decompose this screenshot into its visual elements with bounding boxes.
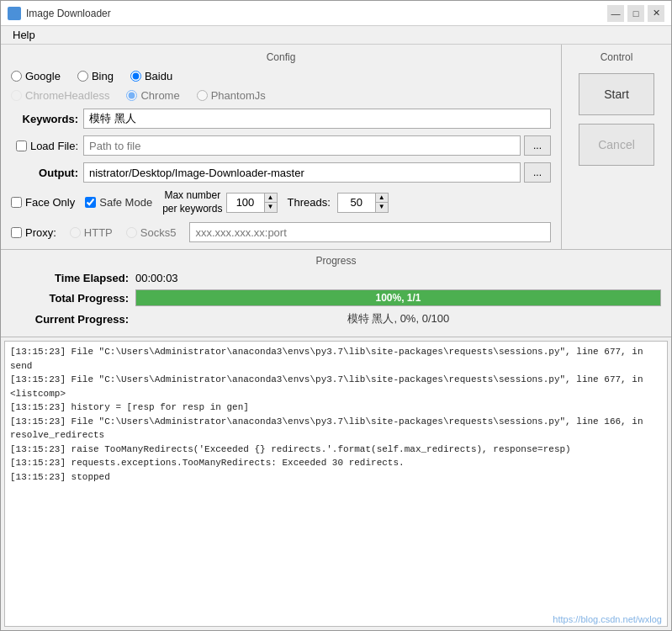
radio-http-input xyxy=(70,227,81,238)
log-entry: [13:15:23] File "C:\Users\Administrator\… xyxy=(10,345,662,373)
radio-chromeheadless-input xyxy=(11,90,22,101)
radio-baidu[interactable]: Baidu xyxy=(130,70,172,82)
main-content: Config Google Bing Baidu xyxy=(1,45,671,630)
radio-google[interactable]: Google xyxy=(11,70,61,82)
radio-bing-input[interactable] xyxy=(77,71,88,82)
load-file-row: Load File: ... xyxy=(11,135,551,156)
log-entry: <listcomp> xyxy=(10,387,662,401)
log-entry: [13:15:23] raise TooManyRedirects('Excee… xyxy=(10,443,662,457)
threads-group: Threads: ▲ ▼ xyxy=(288,193,389,213)
safe-mode-checkbox[interactable] xyxy=(85,197,96,208)
progress-section: Progress Time Elapsed: 00:00:03 Total Pr… xyxy=(1,250,671,337)
threads-up[interactable]: ▲ xyxy=(376,194,388,203)
keywords-label: Keywords: xyxy=(11,113,78,125)
radio-phantomjs[interactable]: PhantomJs xyxy=(197,89,266,102)
radio-phantomjs-input[interactable] xyxy=(197,90,208,101)
log-entry: [13:15:23] File "C:\Users\Administrator\… xyxy=(10,415,662,443)
radio-chrome-input[interactable] xyxy=(126,90,137,101)
watermark: https://blog.csdn.net/wxlog xyxy=(553,614,662,624)
proxy-checkbox[interactable] xyxy=(11,227,22,238)
cancel-button[interactable]: Cancel xyxy=(579,124,654,166)
current-progress-row: Current Progress: 模特 黑人, 0%, 0/100 xyxy=(11,311,661,326)
threads-down[interactable]: ▼ xyxy=(376,203,388,212)
menu-bar: Help xyxy=(1,26,671,45)
radio-socks5-input xyxy=(126,227,137,238)
log-section[interactable]: [13:15:23] File "C:\Users\Administrator\… xyxy=(4,341,668,627)
max-keywords-up[interactable]: ▲ xyxy=(265,194,277,203)
total-progress-row: Total Progress: 100%, 1/1 xyxy=(11,289,661,306)
title-bar-left: Image Downloader xyxy=(8,7,111,20)
options-row: Face Only Safe Mode Max numberper keywor… xyxy=(11,189,551,215)
current-progress-label: Current Progress: xyxy=(11,313,129,326)
control-title: Control xyxy=(572,51,661,63)
safe-mode-label[interactable]: Safe Mode xyxy=(85,196,152,209)
radio-baidu-input[interactable] xyxy=(130,71,141,82)
start-button[interactable]: Start xyxy=(579,73,654,115)
radio-chrome[interactable]: Chrome xyxy=(126,89,179,102)
radio-google-input[interactable] xyxy=(11,71,22,82)
minimize-button[interactable]: — xyxy=(607,5,624,22)
radio-bing[interactable]: Bing xyxy=(77,70,114,82)
radio-chromeheadless[interactable]: ChromeHeadless xyxy=(11,89,109,102)
max-keywords-spinbox: ▲ ▼ xyxy=(226,193,278,213)
total-progress-bar: 100%, 1/1 xyxy=(135,289,661,306)
time-elapsed-label: Time Elapsed: xyxy=(11,272,129,284)
total-progress-label: Total Progress: xyxy=(11,292,129,305)
proxy-input[interactable] xyxy=(189,222,551,242)
threads-input[interactable] xyxy=(337,193,375,213)
load-file-checkbox-label[interactable]: Load File: xyxy=(11,140,78,152)
keywords-input[interactable] xyxy=(83,109,551,129)
main-window: Image Downloader — □ ✕ Help Config Googl… xyxy=(0,0,672,631)
app-icon xyxy=(8,7,21,20)
control-panel: Control Start Cancel xyxy=(562,45,671,249)
title-controls: — □ ✕ xyxy=(607,5,664,22)
progress-title: Progress xyxy=(11,255,661,267)
proxy-row: Proxy: HTTP Socks5 xyxy=(11,222,551,242)
config-title: Config xyxy=(11,51,551,63)
max-keywords-label: Max numberper keywords xyxy=(162,189,222,215)
face-only-label[interactable]: Face Only xyxy=(11,196,75,209)
window-title: Image Downloader xyxy=(26,8,111,19)
load-file-input[interactable] xyxy=(83,135,521,156)
output-row: Output: ... xyxy=(11,162,551,183)
keywords-row: Keywords: xyxy=(11,109,551,129)
threads-label: Threads: xyxy=(288,196,331,209)
threads-spinbox: ▲ ▼ xyxy=(337,193,389,213)
max-keywords-group: Max numberper keywords ▲ ▼ xyxy=(162,189,277,215)
maximize-button[interactable]: □ xyxy=(627,5,644,22)
output-browse-button[interactable]: ... xyxy=(524,162,551,183)
proxy-checkbox-label[interactable]: Proxy: xyxy=(11,226,56,239)
top-section: Config Google Bing Baidu xyxy=(1,45,671,250)
output-input[interactable] xyxy=(83,162,521,183)
radio-http[interactable]: HTTP xyxy=(70,226,113,239)
radio-socks5[interactable]: Socks5 xyxy=(126,226,177,239)
log-entry: [13:15:23] requests.exceptions.TooManyRe… xyxy=(10,456,662,470)
max-keywords-input[interactable] xyxy=(226,193,264,213)
search-engine-group: Google Bing Baidu xyxy=(11,70,551,82)
title-bar: Image Downloader — □ ✕ xyxy=(1,1,671,26)
load-file-browse-button[interactable]: ... xyxy=(524,135,551,156)
time-elapsed-value: 00:00:03 xyxy=(135,272,178,284)
log-entry: [13:15:23] File "C:\Users\Administrator\… xyxy=(10,373,662,387)
close-button[interactable]: ✕ xyxy=(648,5,664,22)
progress-bar-text: 100%, 1/1 xyxy=(136,290,660,305)
browser-group: ChromeHeadless Chrome PhantomJs xyxy=(11,89,551,102)
log-entry: [13:15:23] stopped xyxy=(10,470,662,485)
face-only-checkbox[interactable] xyxy=(11,197,22,208)
max-keywords-down[interactable]: ▼ xyxy=(265,203,277,212)
max-keywords-arrows: ▲ ▼ xyxy=(264,193,278,213)
config-panel: Config Google Bing Baidu xyxy=(1,45,562,249)
threads-arrows: ▲ ▼ xyxy=(375,193,389,213)
menu-help[interactable]: Help xyxy=(8,27,40,43)
load-file-checkbox[interactable] xyxy=(16,141,27,151)
output-label: Output: xyxy=(11,167,78,179)
log-entry: [13:15:23] history = [resp for resp in g… xyxy=(10,400,662,415)
time-elapsed-row: Time Elapsed: 00:00:03 xyxy=(11,272,661,284)
current-progress-text: 模特 黑人, 0%, 0/100 xyxy=(135,311,661,326)
